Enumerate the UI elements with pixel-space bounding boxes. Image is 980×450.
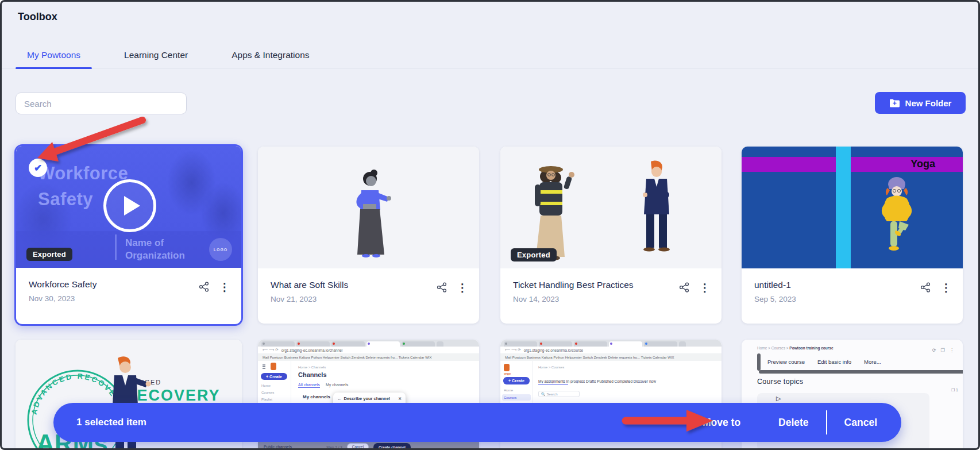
mouse-cursor: ▷ [776, 395, 781, 402]
page-title: Toolbox [18, 11, 57, 23]
tab-my-powtoons[interactable]: My Powtoons [16, 50, 92, 68]
share-icon[interactable] [678, 281, 690, 294]
window-corner-icons: ⟳ ❐ ⋮ [932, 348, 956, 353]
powtoon-card-soft-skills[interactable]: What are Soft Skills Nov 21, 2023 ⋮ [258, 147, 479, 324]
divider [826, 410, 827, 434]
browser-bookmarks-bar: Mail Powtoon Business Kaltura Python Hel… [258, 354, 479, 361]
thumbnail-yoga-label: Yoga [910, 158, 935, 170]
create-button-mini: + Create [261, 373, 287, 380]
modal-footer-strip: Public channels Step 2 / 3 Cancel Create… [258, 441, 479, 450]
mini-breadcrumb: Home > Courses > Powtoon training course [757, 346, 834, 350]
close-icon: ✕ [398, 397, 402, 401]
preview-course-action: Preview course [767, 359, 805, 365]
edit-basic-info-action: Edit basic info [817, 359, 851, 365]
video-thumbnail[interactable]: Workforce Safety Name of Organization LO… [16, 146, 241, 268]
browser-tab-strip [258, 340, 479, 347]
delete-button[interactable]: Delete [778, 417, 809, 429]
page-count-icon: ❐ 1 [951, 388, 958, 393]
folder-plus-icon [889, 99, 900, 107]
search-input[interactable] [16, 93, 187, 114]
card-date: Sep 5, 2023 [754, 295, 950, 303]
tab-bar: My Powtoons Learning Center Apps & Integ… [2, 45, 978, 68]
search-icon: 🔍 [541, 392, 546, 396]
create-channel-button-mini: Create channel [373, 443, 411, 450]
share-icon[interactable] [435, 281, 448, 294]
hamburger-icon [263, 364, 265, 366]
cancel-button[interactable]: Cancel [844, 417, 877, 429]
mini-search-box: 🔍Search [538, 391, 580, 397]
back-arrow-icon: ← [337, 396, 342, 401]
create-button-mini: + Create [503, 377, 530, 384]
kebab-menu-icon[interactable]: ⋮ [699, 281, 711, 294]
share-icon[interactable] [919, 281, 932, 294]
my-channels-section: My channels [303, 394, 330, 399]
mini-breadcrumb: Home > Courses [538, 366, 564, 369]
powtoon-card-untitled-1[interactable]: Yoga [742, 147, 963, 324]
play-icon [124, 196, 140, 216]
channels-heading: Channels [298, 371, 327, 378]
browser-tab-strip [500, 340, 722, 347]
powtoon-card-workforce-safety[interactable]: Workforce Safety Name of Organization LO… [14, 144, 243, 326]
toolbox-window: Toolbox My Powtoons Learning Center Apps… [0, 0, 980, 450]
card-date: Nov 14, 2023 [513, 295, 709, 303]
more-action: More... [864, 359, 881, 365]
thumbnail-org-name: Name of Organization [125, 237, 185, 262]
browser-bookmarks-bar: Mail Powtoon Business Kaltura Python Hel… [500, 354, 722, 361]
move-to-button[interactable]: Move to [703, 417, 740, 429]
tab-all-channels-mini: All channels [298, 383, 320, 388]
selection-count: 1 selected item [76, 417, 146, 428]
kebab-menu-icon[interactable]: ⋮ [940, 281, 952, 294]
card-date: Nov 30, 2023 [29, 294, 229, 303]
mini-breadcrumb: Home > Channels [298, 366, 326, 369]
selected-checkmark-icon[interactable]: ✔ [29, 159, 47, 177]
woman-character-illustration [344, 168, 396, 260]
share-icon[interactable] [198, 280, 210, 293]
play-button[interactable] [103, 179, 156, 232]
browser-url-bar: ⟵ ⟶ ⟳ org1.staging-ec.oneanima.io/channe… [258, 347, 479, 354]
cancel-button-mini: Cancel [347, 443, 369, 450]
org-logo [271, 363, 276, 370]
new-folder-button[interactable]: New Folder [875, 92, 966, 114]
video-thumbnail[interactable]: Exported [500, 147, 722, 268]
video-thumbnail[interactable] [258, 147, 479, 268]
tab-my-channels-mini: My channels [326, 383, 348, 387]
tab-learning-center[interactable]: Learning Center [113, 50, 199, 68]
video-thumbnail[interactable]: Yoga [742, 147, 963, 268]
kebab-menu-icon[interactable]: ⋮ [218, 280, 231, 293]
org-logo [504, 364, 510, 371]
browser-url-bar: ⟵ ⟶ ⟳ org1.staging-ec.oneanima.io/course [500, 347, 722, 354]
kebab-menu-icon[interactable]: ⋮ [456, 281, 469, 294]
powtoon-card-ticket-handling[interactable]: Exported Ticket Handling Best Practices … [500, 147, 722, 324]
nav-courses-active: Courses [502, 394, 531, 401]
yoga-character-illustration [871, 176, 923, 254]
card-date: Nov 21, 2023 [271, 295, 466, 303]
course-topics-heading: Course topics [757, 378, 803, 386]
exported-badge: Exported [511, 248, 557, 261]
org-logo-circle: LOGO [209, 238, 232, 261]
tab-apps-integrations[interactable]: Apps & Integrations [220, 50, 321, 68]
exported-badge: Exported [26, 248, 72, 261]
selection-action-bar: 1 selected item Move to Delete Cancel [53, 403, 901, 442]
